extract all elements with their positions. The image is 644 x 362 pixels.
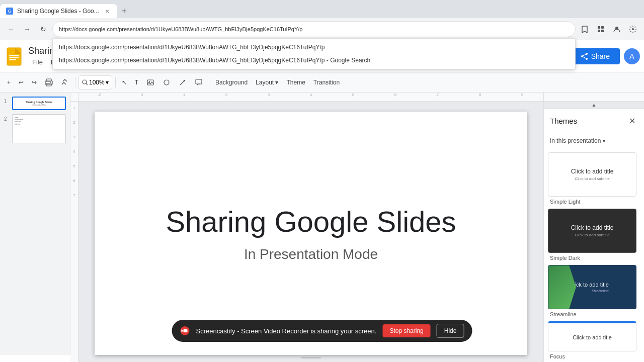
image-tool-button[interactable] xyxy=(143,75,157,89)
svg-point-22 xyxy=(83,80,87,84)
svg-point-14 xyxy=(586,58,588,60)
svg-rect-11 xyxy=(9,57,19,58)
ruler-mark-4: 2 xyxy=(205,93,248,97)
themes-close-button[interactable]: ✕ xyxy=(626,115,638,127)
theme-item-simple-dark[interactable]: Click to add title Click to add subtitle… xyxy=(544,209,644,261)
ruler-mark-7: 5 xyxy=(332,93,374,97)
transition-button[interactable]: Transition xyxy=(310,75,343,89)
ruler-mark-8: 6 xyxy=(374,93,417,97)
nav-bar: ← → ↻ https://docs.google.com/presentati… xyxy=(0,18,644,40)
spell-check-button[interactable] xyxy=(58,75,72,89)
layout-button[interactable]: Layout ▾ xyxy=(253,75,281,89)
share-button[interactable]: Share xyxy=(571,48,620,64)
slide-main-subtitle[interactable]: In Presentation Mode xyxy=(244,246,378,262)
share-label: Share xyxy=(591,52,610,60)
avatar[interactable]: A xyxy=(624,48,640,64)
slide-canvas[interactable]: Sharing Google Slides In Presentation Mo… xyxy=(95,112,527,355)
bookmarks-icon[interactable] xyxy=(578,22,592,36)
forward-button[interactable]: → xyxy=(20,22,34,36)
settings-icon[interactable] xyxy=(626,22,640,36)
themes-in-presentation[interactable]: In this presentation ▾ xyxy=(544,133,644,148)
canvas-handle[interactable] xyxy=(95,355,527,360)
address-suggestion-2[interactable]: https://docs.google.com/presentation/d/1… xyxy=(53,54,575,67)
theme-sl-title: Click to add title xyxy=(571,168,614,175)
theme-st-label: Streamline xyxy=(548,311,640,317)
comment-tool-button[interactable] xyxy=(192,75,206,89)
zoom-value: 100% xyxy=(89,79,105,86)
active-tab[interactable]: G Sharing Google Slides - Goo... ✕ xyxy=(0,4,117,18)
theme-sd-sub: Click to add subtitle xyxy=(575,233,609,237)
theme-item-focus[interactable]: Click to add title Focus xyxy=(544,321,644,359)
reload-button[interactable]: ↻ xyxy=(36,22,50,36)
tab-close-button[interactable]: ✕ xyxy=(103,7,111,15)
themes-panel-collapse[interactable]: ▲ xyxy=(544,102,644,109)
nav-icons xyxy=(578,22,640,36)
address-bar[interactable]: https://docs.google.com/presentation/d/1… xyxy=(52,21,576,37)
redo-button[interactable]: ↪ xyxy=(29,75,40,89)
themes-title: Themes xyxy=(550,117,577,125)
slide-thumb-2[interactable]: Slide 2content heremore texttext line xyxy=(12,114,66,143)
cursor-tool-button[interactable]: ↖ xyxy=(119,75,130,89)
zoom-selector[interactable]: 100% ▾ xyxy=(78,75,112,89)
svg-rect-10 xyxy=(9,55,19,56)
svg-rect-5 xyxy=(601,30,604,32)
theme-thumb-streamline[interactable]: Click to add title Streamline xyxy=(548,265,636,309)
theme-button[interactable]: Theme xyxy=(283,75,308,89)
theme-f-label: Focus xyxy=(548,353,640,359)
extensions-icon[interactable] xyxy=(594,22,608,36)
line-tool-button[interactable] xyxy=(176,75,190,89)
address-suggestion-1[interactable]: https://docs.google.com/presentation/d/1… xyxy=(53,41,575,54)
slide-thumb-2-container: 2 Slide 2content heremore texttext line xyxy=(4,114,66,143)
layout-label: Layout ▾ xyxy=(256,79,278,86)
ruler-mark-11: 9 xyxy=(501,93,543,97)
address-text: https://docs.google.com/presentation/d/1… xyxy=(59,26,302,32)
background-button[interactable]: Background xyxy=(212,75,251,89)
in-presentation-selector[interactable]: In this presentation ▾ xyxy=(548,135,640,146)
insert-button[interactable]: + xyxy=(4,75,14,89)
theme-item-streamline[interactable]: Click to add title Streamline Streamline xyxy=(544,265,644,317)
ruler-numbers: -5 0 1 2 3 4 5 6 7 8 9 xyxy=(78,93,543,97)
svg-rect-12 xyxy=(9,59,16,60)
theme-st-sub: Streamline xyxy=(592,289,608,293)
vertical-ruler: 1 2 3 4 5 6 7 xyxy=(70,102,78,362)
svg-rect-38 xyxy=(184,329,188,332)
theme-thumb-focus[interactable]: Click to add title xyxy=(548,321,636,351)
ruler-mark-9: 7 xyxy=(417,93,459,97)
ruler-mark-3: 1 xyxy=(163,93,205,97)
canvas-and-rulers: -5 0 1 2 3 4 5 6 7 8 9 1 2 xyxy=(70,93,644,354)
insert-icon: + xyxy=(7,79,11,86)
undo-button[interactable]: ↩ xyxy=(16,75,27,89)
theme-sd-title: Click to add title xyxy=(571,224,614,231)
stop-sharing-button[interactable]: Stop sharing xyxy=(382,324,430,337)
text-tool-button[interactable]: T xyxy=(132,75,141,89)
theme-thumb-simple-light[interactable]: Click to add title Click to add subtitle xyxy=(548,152,636,197)
slide-panel: 1 Sharing Google Slides In Presentation … xyxy=(0,93,70,354)
in-presentation-chevron: ▾ xyxy=(603,138,605,144)
svg-point-7 xyxy=(632,28,634,30)
menu-file[interactable]: File xyxy=(28,57,47,67)
new-tab-button[interactable]: + xyxy=(117,4,131,18)
slide-main-title[interactable]: Sharing Google Slides xyxy=(166,205,456,238)
address-bar-container: https://docs.google.com/presentation/d/1… xyxy=(52,21,576,37)
print-button[interactable] xyxy=(42,75,56,89)
shape-tool-button[interactable] xyxy=(159,75,174,89)
screencastify-message: Screencastify - Screen Video Recorder is… xyxy=(196,327,377,335)
svg-point-21 xyxy=(50,82,51,83)
theme-thumb-simple-dark[interactable]: Click to add title Click to add subtitle xyxy=(548,209,636,253)
handle-bar xyxy=(301,357,321,358)
ruler-mark-10: 8 xyxy=(459,93,501,97)
slide-number-2: 2 xyxy=(4,114,10,143)
slide-thumb-1[interactable]: Sharing Google Slides In Presentation Mo… xyxy=(12,97,66,110)
back-button[interactable]: ← xyxy=(4,22,18,36)
svg-point-13 xyxy=(586,53,588,55)
address-dropdown: https://docs.google.com/presentation/d/1… xyxy=(52,38,576,69)
slide-thumb-1-title: Sharing Google Slides xyxy=(16,101,62,104)
svg-rect-29 xyxy=(196,79,202,84)
theme-f-title: Click to add title xyxy=(573,334,612,340)
tab-title: Sharing Google Slides - Goo... xyxy=(17,8,99,15)
profile-icon[interactable] xyxy=(610,22,624,36)
hide-button[interactable]: Hide xyxy=(437,324,464,338)
tab-bar: G Sharing Google Slides - Goo... ✕ + xyxy=(0,0,644,18)
svg-rect-2 xyxy=(598,26,600,29)
theme-item-simple-light[interactable]: Click to add title Click to add subtitle… xyxy=(544,152,644,205)
